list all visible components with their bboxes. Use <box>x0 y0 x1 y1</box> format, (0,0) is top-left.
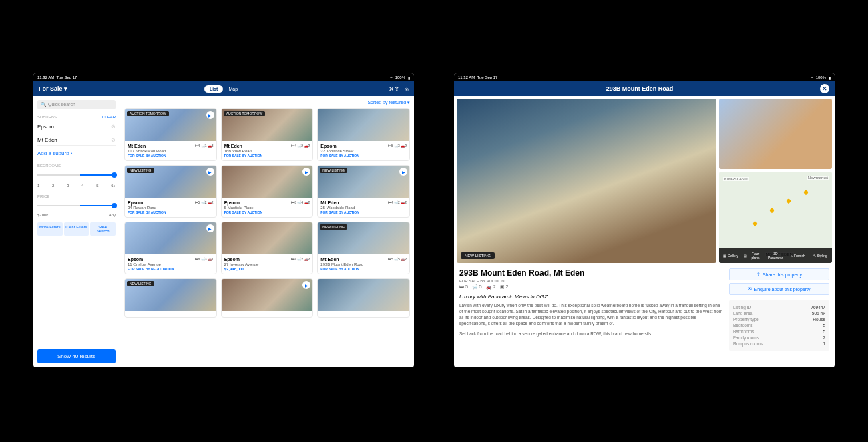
fact-row: Listing ID769447 <box>733 304 825 310</box>
filter-sidebar: 🔍 Quick search SUBURBSCLEAR Epsom⊘ Mt Ed… <box>33 96 120 367</box>
detail-nav-title: 293B Mount Eden Road <box>459 85 820 92</box>
navbar-search: For Sale ▾ ✕ List Map ⇪ ⍟ <box>33 81 414 96</box>
fact-row: Bedrooms5 <box>733 322 825 328</box>
tab-styling[interactable]: ✎ Styling <box>810 250 831 262</box>
card-status: FOR SALE BY AUCTION <box>128 154 214 158</box>
card-image: ▶ <box>125 222 216 254</box>
listing-card[interactable]: Epsom 🛏4 🛁2 🚗2 27 Inverary Avenue $2,448… <box>221 222 314 274</box>
share-property-button[interactable]: ⇪ Share this property <box>729 268 829 280</box>
tab-gallery[interactable]: ▦ Gallery <box>720 250 741 262</box>
card-address: 5 Maxfield Place <box>224 206 310 210</box>
card-specs: 🛏5 🛁3 🚗2 <box>388 144 407 148</box>
map-pin-icon <box>786 198 791 204</box>
profile-icon[interactable]: ⍟ <box>405 85 409 93</box>
tab-3d[interactable]: 3D Panorama <box>765 250 786 262</box>
card-image: NEW LISTING ▶ <box>125 166 216 198</box>
card-price: $2,448,000 <box>224 267 310 271</box>
fact-row: Land area506 m² <box>733 310 825 316</box>
card-badge: NEW LISTING <box>320 168 347 173</box>
fact-label: Property type <box>733 317 759 322</box>
play-icon[interactable]: ▶ <box>399 168 407 176</box>
share-icon[interactable]: ⇪ <box>394 85 399 93</box>
property-tagline: Luxury with Panoramic Views in DGZ <box>459 294 724 300</box>
hero-map[interactable]: KINGSLAND MOUNT EDEN Newmarket ▦ Gallery… <box>719 172 832 263</box>
listing-card[interactable]: ▶ <box>221 278 314 318</box>
listing-card[interactable]: AUCTION TOMORROW Mt Eden 🛏4 🛁2 🚗2 16B Vi… <box>221 108 314 161</box>
listing-card[interactable]: NEW LISTING ▶ Epsom 🛏5 🛁2 🚗2 34 Rowan Ro… <box>124 165 217 218</box>
price-min: $700k <box>37 213 48 217</box>
listing-card[interactable]: AUCTION TOMORROW ▶ Mt Eden 🛏4 🛁1 🚗3 117 … <box>124 108 217 161</box>
show-results-button[interactable]: Show 40 results <box>37 349 116 363</box>
hero-main-image[interactable]: NEW LISTING <box>457 99 716 263</box>
listing-card[interactable]: NEW LISTING Mt Eden 🛏5 🛁5 🚗2 293B Mount … <box>317 222 410 274</box>
fact-row: Family rooms2 <box>733 335 825 341</box>
card-badge: NEW LISTING <box>320 224 347 230</box>
card-suburb: Epsom <box>128 200 143 205</box>
play-icon[interactable]: ▶ <box>302 281 310 289</box>
list-toggle[interactable]: List <box>204 85 223 93</box>
listing-card[interactable] <box>317 278 410 318</box>
quick-search-input[interactable]: 🔍 Quick search <box>37 100 116 109</box>
fact-value: 769447 <box>811 305 825 310</box>
hero-side-image[interactable] <box>719 99 832 169</box>
fact-label: Listing ID <box>733 305 751 310</box>
tab-floorplans[interactable]: ▤ Floor plans <box>742 250 763 262</box>
card-suburb: Epsom <box>224 257 240 262</box>
navbar-detail: 293B Mount Eden Road ✕ <box>454 81 835 96</box>
property-specs: 🛏 5 🛁 5 🚗 2 ▣ 2 <box>459 284 724 290</box>
fact-row: Property typeHouse <box>733 316 825 322</box>
listing-card[interactable]: ▶ Epsom 🛏8 🛁3 🚗1 11 Onslow Avenue FOR SA… <box>124 222 217 274</box>
tab-furnish[interactable]: ⌂ Furnish <box>787 250 808 262</box>
card-image <box>222 222 313 254</box>
play-icon[interactable]: ▶ <box>302 168 310 176</box>
listing-card[interactable]: Epsom 🛏5 🛁3 🚗2 32 Torrance Street FOR SA… <box>317 108 410 161</box>
listing-card[interactable]: NEW LISTING <box>124 278 217 318</box>
hero-gallery: NEW LISTING KINGSLAND MOUNT EDEN Newmark… <box>454 96 835 263</box>
card-address: 34 Rowan Road <box>128 206 214 210</box>
rooms-icon: ▣ 2 <box>500 284 509 290</box>
card-status: FOR SALE BY AUCTION <box>224 154 310 158</box>
property-description: Lavish with every luxury when only the b… <box>459 302 724 326</box>
card-image <box>318 279 409 311</box>
bedrooms-label: BEDROOMS <box>37 164 61 168</box>
map-pin-icon <box>769 208 775 213</box>
clear-filters-button[interactable]: Clear Filters <box>64 222 89 236</box>
bedroom-steps: 123456+ <box>37 182 116 189</box>
listing-card[interactable]: ▶ Epsom 🛏6 🛁4 🚗2 5 Maxfield Place FOR SA… <box>221 165 314 218</box>
close-detail-button[interactable]: ✕ <box>820 84 829 93</box>
listing-card[interactable]: NEW LISTING ▶ Mt Eden 🛏4 🛁2 🚗2 25 Woodsi… <box>317 165 410 218</box>
fact-value: 506 m² <box>812 311 825 316</box>
enquire-button[interactable]: ✉ Enquire about this property <box>729 283 829 295</box>
map-toggle[interactable]: Map <box>223 85 243 93</box>
remove-suburb-icon[interactable]: ⊘ <box>111 137 116 143</box>
close-filters-icon[interactable]: ✕ <box>389 85 394 93</box>
map-label: KINGSLAND <box>723 177 749 181</box>
fact-row: Rumpus rooms1 <box>733 341 825 347</box>
save-search-button[interactable]: Save Search <box>90 222 116 236</box>
card-image: NEW LISTING ▶ <box>318 166 409 198</box>
play-icon[interactable]: ▶ <box>206 111 214 119</box>
new-listing-badge: NEW LISTING <box>461 252 495 259</box>
fact-label: Bedrooms <box>733 323 753 328</box>
play-icon[interactable]: ▶ <box>206 224 214 232</box>
add-suburb-link[interactable]: Add a suburb › <box>37 148 116 158</box>
property-title: 293B Mount Eden Road, Mt Eden <box>459 268 724 278</box>
card-status: FOR SALE BY AUCTION <box>128 210 214 214</box>
sort-dropdown[interactable]: Sorted by featured ▾ <box>124 100 410 105</box>
status-time: 11:32 AM Tue Sep 17 <box>37 75 77 79</box>
card-suburb: Mt Eden <box>224 144 242 148</box>
suburb-row: Mt Eden⊘ <box>37 135 116 146</box>
play-icon[interactable]: ▶ <box>206 168 214 176</box>
bedrooms-slider[interactable] <box>37 174 116 176</box>
remove-suburb-icon[interactable]: ⊘ <box>111 124 116 130</box>
tablet-search: 11:32 AM Tue Sep 17 ≈ 100% ▮ For Sale ▾ … <box>33 73 414 367</box>
card-image: AUCTION TOMORROW ▶ <box>125 109 216 141</box>
card-specs: 🛏4 🛁2 🚗2 <box>291 257 310 262</box>
detail-left: 293B Mount Eden Road, Mt Eden FOR SALE B… <box>459 268 724 362</box>
card-address: 16B View Road <box>224 149 310 153</box>
beds-icon: 🛏 5 <box>459 284 468 290</box>
fact-value: 2 <box>823 335 825 340</box>
clear-suburbs[interactable]: CLEAR <box>102 115 116 119</box>
price-slider[interactable] <box>37 205 116 206</box>
more-filters-button[interactable]: More Filters <box>37 222 63 236</box>
